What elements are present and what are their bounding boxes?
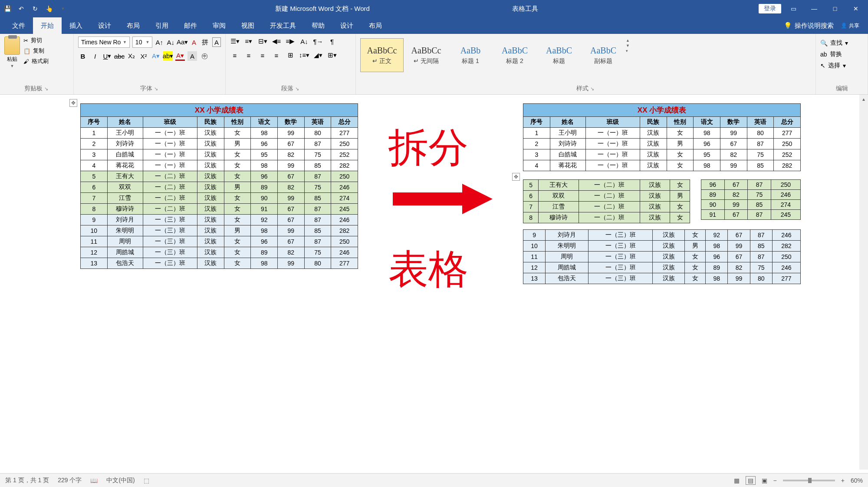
table-cell[interactable]: 女 (667, 128, 694, 139)
table-cell[interactable]: 汉族 (653, 262, 684, 273)
table-anchor-icon[interactable]: ✥ (69, 99, 77, 107)
table-cell[interactable]: 12 (81, 247, 108, 258)
table-cell[interactable]: 11 (523, 252, 546, 262)
vertical-scrollbar[interactable]: ▲ (859, 95, 868, 470)
table-cell[interactable]: 2 (81, 139, 108, 149)
table-cell[interactable]: 一（二）班 (579, 191, 640, 202)
table-cell[interactable]: 男 (670, 191, 690, 202)
table-cell[interactable]: 女 (670, 212, 690, 223)
table-cell[interactable]: 汉族 (197, 215, 224, 225)
clipboard-launcher-icon[interactable]: ↘ (44, 86, 49, 91)
grow-font-icon[interactable]: A↑ (155, 37, 164, 47)
sort-icon[interactable]: A↓ (299, 36, 309, 46)
table-cell[interactable]: 7 (523, 202, 539, 212)
justify-icon[interactable]: ≡ (272, 50, 281, 60)
table-cell[interactable]: 朱明明 (546, 241, 589, 252)
table-cell[interactable]: 90 (701, 200, 725, 210)
table-cell[interactable]: 周皓城 (546, 262, 589, 273)
table-cell[interactable]: 一（二）班 (143, 204, 197, 215)
table-cell[interactable]: 96 (251, 236, 278, 247)
table-cell[interactable]: 1 (81, 128, 108, 139)
table-cell[interactable]: 87 (304, 204, 331, 215)
table-cell[interactable]: 周明 (546, 252, 589, 262)
table-cell[interactable]: 250 (774, 139, 801, 149)
table-cell[interactable]: 80 (750, 273, 772, 284)
table-cell[interactable]: 85 (304, 225, 331, 236)
table-cell[interactable]: 99 (720, 160, 747, 171)
table-cell[interactable]: 246 (331, 215, 358, 225)
menu-tab-设计[interactable]: 设计 (90, 17, 119, 34)
table-cell[interactable]: 67 (278, 139, 305, 149)
table-cell[interactable]: 汉族 (197, 193, 224, 204)
table-cell[interactable]: 75 (304, 247, 331, 258)
table-cell[interactable]: 刘诗诗 (550, 139, 586, 149)
table-cell[interactable]: 刘诗月 (107, 215, 143, 225)
format-painter-button[interactable]: 🖌格式刷 (23, 57, 49, 65)
table-cell[interactable]: 汉族 (653, 230, 684, 241)
redo-icon[interactable]: ↻ (31, 5, 39, 13)
word-count[interactable]: 229 个字 (58, 477, 82, 484)
table-cell[interactable]: 一（二）班 (143, 193, 197, 204)
zoom-thumb[interactable] (808, 478, 812, 483)
table-cell[interactable]: 75 (304, 149, 331, 160)
page-indicator[interactable]: 第 1 页，共 1 页 (5, 477, 49, 484)
table-cell[interactable]: 女 (667, 149, 694, 160)
table-cell[interactable]: 96 (251, 139, 278, 149)
table-cell[interactable]: 282 (774, 160, 801, 171)
table-cell[interactable]: 6 (81, 182, 108, 193)
print-layout-icon[interactable]: ▤ (746, 476, 756, 485)
table-cell[interactable]: 一（三）班 (143, 247, 197, 258)
touch-mode-icon[interactable]: 👆 (45, 5, 53, 13)
shrink-font-icon[interactable]: A↓ (166, 37, 175, 47)
table-cell[interactable]: 80 (304, 128, 331, 139)
align-center-icon[interactable]: ≡ (244, 50, 253, 60)
table-cell[interactable]: 一（二）班 (579, 180, 640, 191)
table-cell[interactable]: 99 (724, 200, 748, 210)
table-cell[interactable]: 男 (224, 225, 251, 236)
table-cell[interactable]: 87 (748, 210, 771, 220)
table-cell[interactable]: 67 (278, 215, 305, 225)
table-cell[interactable]: 周明 (107, 236, 143, 247)
table-cell[interactable]: 女 (224, 171, 251, 182)
table-cell[interactable]: 99 (728, 273, 750, 284)
table-cell[interactable]: 一（一）班 (143, 139, 197, 149)
table-cell[interactable]: 98 (706, 273, 728, 284)
menu-tab-视图[interactable]: 视图 (233, 17, 262, 34)
zoom-level[interactable]: 60% (851, 477, 863, 484)
bold-icon[interactable]: B (78, 51, 88, 61)
table-cell[interactable]: 75 (747, 149, 774, 160)
table-cell[interactable]: 277 (331, 128, 358, 139)
table-cell[interactable]: 9 (523, 230, 546, 241)
table-cell[interactable]: 85 (304, 160, 331, 171)
table-cell[interactable]: 80 (747, 128, 774, 139)
table-left[interactable]: XX 小学成绩表序号姓名班级民族性别语文数学英语总分1王小明一（一）班汉族女98… (80, 103, 358, 269)
table-cell[interactable]: 8 (523, 212, 539, 223)
table-cell[interactable]: 王小明 (107, 128, 143, 139)
table-cell[interactable]: 汉族 (640, 191, 670, 202)
font-color-icon[interactable]: A▾ (175, 51, 185, 61)
numbering-icon[interactable]: ≡▾ (244, 36, 253, 46)
table-cell[interactable]: 一（一）班 (143, 149, 197, 160)
table-cell[interactable]: 67 (724, 180, 748, 190)
table-cell[interactable]: 周皓城 (107, 247, 143, 258)
table-cell[interactable]: 82 (278, 247, 305, 258)
table-cell[interactable]: 汉族 (640, 202, 670, 212)
table-cell[interactable]: 245 (331, 204, 358, 215)
table-cell[interactable]: 朱明明 (107, 225, 143, 236)
line-spacing-icon[interactable]: ↕≡▾ (299, 50, 309, 60)
table-cell[interactable]: 汉族 (640, 139, 667, 149)
table-cell[interactable]: 7 (81, 193, 108, 204)
table-cell[interactable]: 汉族 (197, 182, 224, 193)
table-cell[interactable]: 白皓城 (550, 149, 586, 160)
table-cell[interactable]: 女 (224, 236, 251, 247)
table-cell[interactable]: 75 (748, 190, 771, 200)
select-button[interactable]: ↖选择▾ (820, 62, 863, 70)
table-cell[interactable]: 274 (331, 193, 358, 204)
table-cell[interactable]: 穆诗诗 (107, 204, 143, 215)
maximize-icon[interactable]: □ (826, 2, 844, 15)
table-cell[interactable]: 双双 (107, 182, 143, 193)
table-cell[interactable]: 6 (523, 191, 539, 202)
table-cell[interactable]: 蒋花花 (107, 160, 143, 171)
table-cell[interactable]: 刘诗月 (546, 230, 589, 241)
table-cell[interactable]: 90 (251, 193, 278, 204)
